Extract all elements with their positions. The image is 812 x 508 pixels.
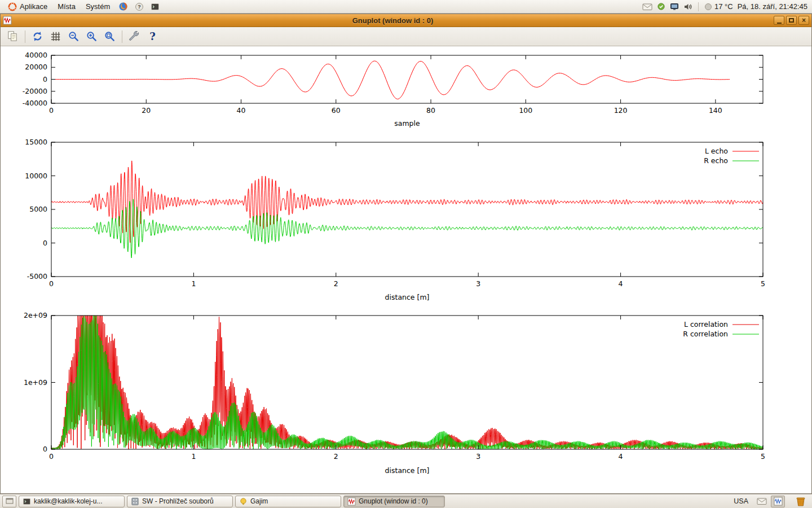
taskbar-window-terminal[interactable]: kaklik@kaklik-kolej-u... [19, 496, 125, 507]
taskbar-window-gajim[interactable]: Gajim [235, 496, 341, 507]
x-tick-label: 20 [142, 106, 151, 115]
remote-desktop-applet[interactable] [670, 3, 679, 11]
x-tick-label: 120 [614, 106, 628, 115]
maximize-button[interactable] [786, 16, 797, 25]
correlation-chart[interactable]: 01234501e+092e+09distance [m]L correlati… [1, 310, 811, 480]
gnuplot-tray-button[interactable] [771, 496, 785, 507]
x-tick-label: 0 [49, 279, 54, 288]
x-tick-label: 4 [619, 279, 623, 288]
taskbar-window-file-browser[interactable]: SW - Prohlížeč souborů [127, 496, 233, 507]
zoom-autoscale-icon [103, 30, 116, 43]
x-tick-label: 2 [334, 279, 338, 288]
legend-label: L echo [705, 147, 728, 155]
toolbar: ? [1, 27, 811, 46]
mail-icon [757, 497, 767, 505]
axis-ticks: 020406080100120140-40000-200000200004000… [23, 51, 763, 115]
axis-ticks: 012345-5000050001000015000 [25, 138, 765, 288]
y-tick-label: -5000 [27, 272, 47, 281]
y-tick-label: 2e+09 [24, 311, 47, 319]
legend: L correlationR correlation [683, 320, 759, 338]
weather-icon [704, 3, 712, 11]
close-button[interactable]: × [798, 16, 809, 25]
plot-client-area: 020406080100120140-40000-200000200004000… [1, 47, 811, 493]
taskbar: kaklik@kaklik-kolej-u... SW - Prohlížeč … [0, 494, 812, 508]
clock-applet[interactable]: Pá, 18. září, 21:42:45 [738, 2, 807, 11]
echo-chart[interactable]: 012345-5000050001000015000distance [m]L … [1, 137, 811, 306]
y-tick-label: 1e+09 [24, 378, 47, 387]
toggle-grid-button[interactable] [47, 29, 64, 44]
titlebar[interactable]: Gnuplot (window id : 0) × [1, 14, 811, 27]
minimize-button[interactable] [774, 16, 784, 25]
taskbar-window-label: Gnuplot (window id : 0) [359, 497, 441, 505]
series-l-correlation [51, 316, 763, 449]
menu-places[interactable]: Místa [52, 0, 81, 13]
trash-applet[interactable] [793, 495, 809, 508]
taskbar-window-label: Gajim [250, 497, 337, 505]
y-tick-label: 5000 [29, 205, 47, 213]
x-tick-label: 2 [334, 452, 338, 461]
help-launcher[interactable]: ? [131, 0, 147, 13]
x-tick-label: 3 [476, 452, 480, 461]
y-tick-label: 15000 [25, 138, 47, 146]
gnuplot-icon [347, 497, 356, 506]
series-chirp-signal [51, 61, 730, 99]
terminal-icon [151, 2, 160, 11]
x-axis-label: distance [m] [385, 293, 430, 301]
file-manager-icon [131, 497, 139, 506]
gajim-icon [239, 497, 248, 506]
y-tick-label: 10000 [25, 172, 47, 180]
terminal-icon [23, 497, 31, 506]
minimize-icon [777, 23, 782, 24]
zoom-previous-button[interactable] [65, 29, 82, 44]
plot-series [51, 61, 730, 99]
terminal-launcher[interactable] [147, 0, 163, 13]
x-tick-label: 0 [49, 452, 54, 461]
maximize-icon [789, 18, 794, 23]
series-r-echo [51, 199, 763, 258]
series-l-echo [51, 161, 763, 243]
taskbar-window-label: SW - Prohlížeč souborů [142, 497, 229, 505]
chart-applet-icon [774, 497, 783, 506]
plot-border [51, 142, 763, 277]
mail-notification-applet[interactable] [642, 3, 652, 11]
config-button[interactable] [126, 29, 143, 44]
plot-series [51, 161, 763, 258]
zoom-autoscale-button[interactable] [102, 29, 118, 44]
volume-applet[interactable] [683, 3, 692, 11]
x-axis-label: sample [394, 119, 420, 128]
firefox-launcher[interactable] [115, 0, 131, 13]
sample-waveform-chart[interactable]: 020406080100120140-40000-200000200004000… [1, 50, 811, 136]
taskbar-window-gnuplot[interactable]: Gnuplot (window id : 0) [343, 496, 445, 507]
x-tick-label: 80 [426, 106, 435, 115]
copy-to-clipboard-button[interactable] [5, 29, 21, 44]
x-tick-label: 0 [49, 106, 54, 115]
window-controls: × [774, 16, 809, 25]
show-desktop-button[interactable] [2, 496, 16, 507]
menu-system[interactable]: Systém [81, 0, 115, 13]
legend-label: R correlation [683, 330, 728, 338]
help-button[interactable]: ? [144, 29, 161, 44]
menu-places-label: Místa [58, 2, 76, 11]
x-tick-label: 40 [237, 106, 246, 115]
weather-applet[interactable]: 17 °C [704, 2, 733, 11]
update-notifier-applet[interactable] [657, 2, 665, 11]
copy-icon [6, 30, 19, 43]
window-title: Gnuplot (window id : 0) [14, 16, 771, 25]
toolbar-separator [122, 30, 122, 43]
toolbar-separator [25, 30, 25, 43]
x-tick-label: 60 [332, 106, 341, 115]
gnuplot-window: Gnuplot (window id : 0) × [0, 14, 812, 494]
gnuplot-window-icon [3, 16, 12, 25]
x-tick-label: 5 [761, 279, 765, 288]
mail-tray-button[interactable] [754, 496, 769, 507]
x-tick-label: 5 [761, 452, 765, 461]
show-desktop-icon [5, 497, 14, 506]
y-tick-label: -40000 [23, 99, 47, 107]
zoom-next-button[interactable] [83, 29, 100, 44]
replot-button[interactable] [29, 29, 46, 44]
grid-icon [49, 30, 62, 43]
zoom-previous-icon [67, 30, 80, 43]
keyboard-layout-indicator[interactable]: USA [730, 497, 752, 505]
menu-system-label: Systém [86, 2, 110, 11]
menu-applications[interactable]: Aplikace [3, 0, 52, 13]
